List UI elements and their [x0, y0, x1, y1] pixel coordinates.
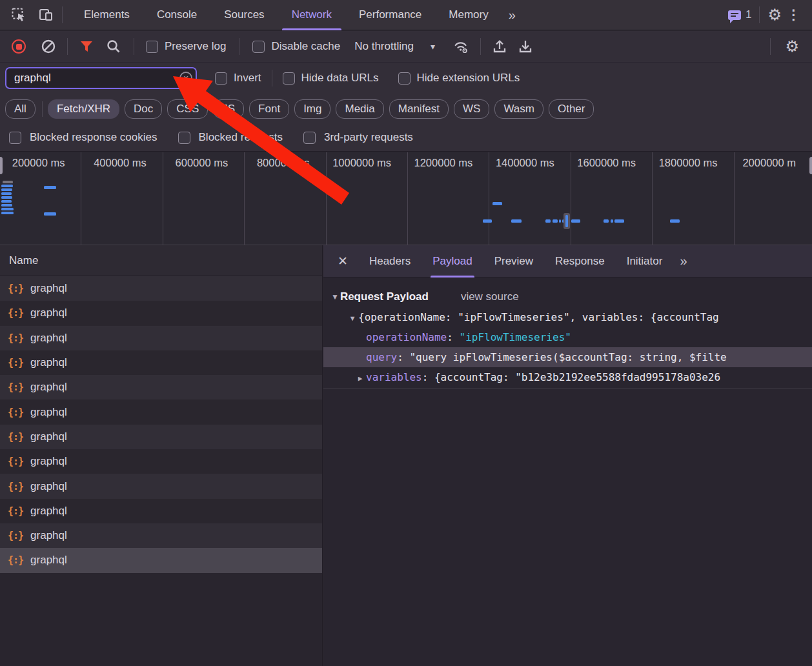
tab-console[interactable]: Console	[143, 0, 210, 30]
preserve-log-toggle[interactable]: Preserve log	[146, 40, 226, 53]
collapsed-triangle-icon[interactable]: ▶	[354, 368, 366, 387]
divider	[42, 101, 43, 117]
timeline-tick-label: 200000 ms	[0, 152, 81, 245]
payload-line[interactable]: ▶variables: {accountTag: "b12e3b2192ee55…	[323, 367, 812, 387]
json-braces-icon: {:}	[8, 456, 23, 467]
throttling-dropdown[interactable]: No throttling ▾	[354, 40, 435, 53]
tab-performance[interactable]: Performance	[345, 0, 435, 30]
disable-cache-checkbox[interactable]	[252, 41, 265, 53]
request-name: graphql	[30, 480, 67, 493]
table-row[interactable]: {:}graphql	[0, 276, 322, 301]
hide-extension-urls-toggle[interactable]: Hide extension URLs	[398, 72, 520, 85]
code-plain: :	[447, 331, 459, 343]
chip-wasm[interactable]: Wasm	[494, 99, 543, 119]
preserve-log-checkbox[interactable]	[146, 41, 158, 53]
chip-font[interactable]: Font	[249, 99, 289, 119]
table-row[interactable]: {:}graphql	[0, 499, 322, 523]
tab-memory[interactable]: Memory	[435, 0, 502, 30]
clear-filter-icon[interactable]: ✕	[179, 72, 192, 85]
view-source-link[interactable]: view source	[461, 290, 519, 303]
details-tab-payload[interactable]: Payload	[421, 245, 483, 278]
tab-sources[interactable]: Sources	[210, 0, 278, 30]
checkbox[interactable]	[303, 132, 316, 144]
blocked-requests-toggle[interactable]: Blocked requests	[178, 131, 283, 144]
invert-toggle[interactable]: Invert	[215, 72, 261, 85]
json-braces-icon: {:}	[8, 554, 23, 566]
table-row[interactable]: {:}graphql	[0, 301, 322, 325]
overview-right-handle[interactable]	[809, 157, 812, 174]
export-har-icon[interactable]	[517, 38, 534, 55]
clear-network-log-icon[interactable]	[40, 38, 57, 55]
payload-pane: ▼ Request Payload view source ▼{operatio…	[323, 278, 812, 389]
payload-line[interactable]: operationName: "ipFlowTimeseries"	[323, 327, 812, 347]
overview-left-handle[interactable]	[0, 157, 3, 174]
request-timing-bar	[1, 188, 12, 191]
name-column-header[interactable]: Name	[0, 245, 322, 276]
chip-css[interactable]: CSS	[167, 99, 208, 119]
chip-media[interactable]: Media	[336, 99, 383, 119]
details-tab-preview[interactable]: Preview	[483, 245, 544, 278]
table-row[interactable]: {:}graphql	[0, 523, 322, 548]
request-name: graphql	[30, 381, 67, 394]
table-row[interactable]: {:}graphql	[0, 449, 322, 474]
chip-manifest[interactable]: Manifest	[389, 99, 449, 119]
more-tabs-icon[interactable]: »	[502, 8, 521, 23]
issues-counter[interactable]: 1	[728, 8, 751, 21]
chip-all[interactable]: All	[5, 99, 36, 119]
kebab-menu-icon[interactable]: ⋮	[782, 7, 806, 23]
disable-cache-toggle[interactable]: Disable cache	[252, 40, 340, 53]
checkbox[interactable]	[178, 132, 190, 144]
collapse-triangle-icon[interactable]: ▼	[331, 292, 339, 301]
network-overview-timeline[interactable]: 200000 ms400000 ms600000 ms800000 ms1000…	[0, 152, 812, 245]
close-details-icon[interactable]: ✕	[323, 254, 358, 268]
filter-row: ✕ Invert Hide data URLs Hide extension U…	[0, 63, 812, 94]
table-row[interactable]: {:}graphql	[0, 548, 322, 572]
device-toolbar-icon[interactable]	[37, 6, 54, 23]
payload-line[interactable]: ▼{operationName: "ipFlowTimeseries", var…	[323, 307, 812, 327]
checkbox[interactable]	[9, 132, 21, 144]
filter-input[interactable]	[5, 67, 197, 89]
hide-data-urls-checkbox[interactable]	[283, 72, 295, 85]
table-row[interactable]: {:}graphql	[0, 425, 322, 449]
search-icon[interactable]	[105, 38, 122, 55]
network-conditions-icon[interactable]	[453, 38, 470, 55]
hide-data-urls-toggle[interactable]: Hide data URLs	[283, 72, 379, 85]
invert-checkbox[interactable]	[215, 72, 227, 85]
payload-line[interactable]: query: "query ipFlowTimeseries($accountT…	[323, 347, 812, 367]
request-name: graphql	[30, 505, 67, 518]
network-settings-gear-icon[interactable]: ⚙	[785, 39, 799, 54]
chip-js[interactable]: JS	[213, 99, 244, 119]
table-row[interactable]: {:}graphql	[0, 350, 322, 375]
details-tab-response[interactable]: Response	[544, 245, 616, 278]
timeline-tick-label: 800000 ms	[245, 152, 326, 245]
json-braces-icon: {:}	[8, 530, 23, 541]
table-row[interactable]: {:}graphql	[0, 474, 322, 498]
details-more-tabs-icon[interactable]: »	[673, 254, 692, 268]
settings-gear-icon[interactable]: ⚙	[767, 7, 782, 23]
tab-network[interactable]: Network	[278, 0, 345, 30]
table-row[interactable]: {:}graphql	[0, 375, 322, 399]
divider	[134, 38, 134, 55]
3rd-party-requests-toggle[interactable]: 3rd-party requests	[303, 131, 413, 144]
details-tab-headers[interactable]: Headers	[358, 245, 421, 278]
tab-elements[interactable]: Elements	[70, 0, 143, 30]
table-row[interactable]: {:}graphql	[0, 326, 322, 350]
chip-other[interactable]: Other	[549, 99, 594, 119]
timeline-tick-label: 600000 ms	[163, 152, 245, 245]
timeline-tick-label: 1400000 ms	[489, 152, 571, 245]
inspect-element-icon[interactable]	[10, 6, 27, 23]
import-har-icon[interactable]	[491, 38, 508, 55]
expanded-triangle-icon[interactable]: ▼	[347, 308, 358, 327]
details-tab-initiator[interactable]: Initiator	[616, 245, 674, 278]
table-row[interactable]: {:}graphql	[0, 399, 322, 424]
hide-extension-urls-checkbox[interactable]	[398, 72, 411, 85]
request-timing-bar	[1, 196, 12, 199]
timeline-tick-label: 1600000 ms	[571, 152, 653, 245]
chip-doc[interactable]: Doc	[125, 99, 162, 119]
chip-fetch-xhr[interactable]: Fetch/XHR	[48, 99, 119, 119]
blocked-response-cookies-toggle[interactable]: Blocked response cookies	[9, 131, 157, 144]
filter-funnel-icon[interactable]	[78, 38, 95, 55]
record-network-log-icon[interactable]	[12, 39, 26, 54]
chip-ws[interactable]: WS	[454, 99, 489, 119]
chip-img[interactable]: Img	[294, 99, 330, 119]
